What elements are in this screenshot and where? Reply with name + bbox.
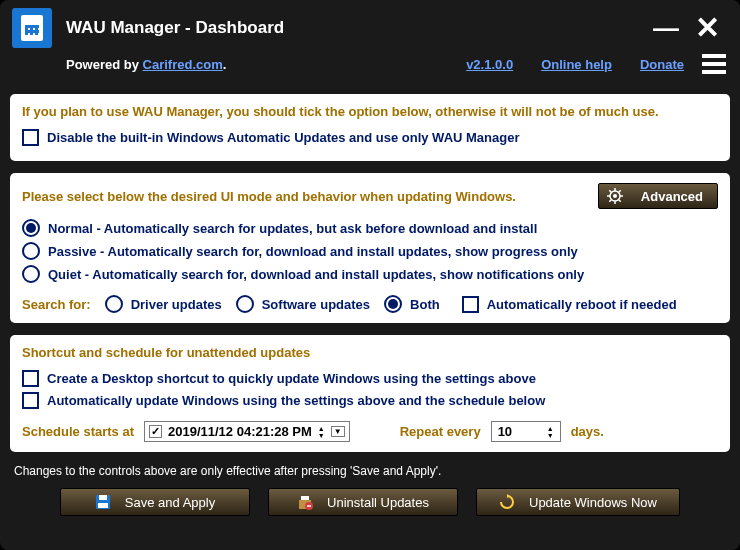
carifred-link[interactable]: Carifred.com	[143, 57, 223, 72]
repeat-spinner[interactable]: ▲▼	[547, 425, 554, 439]
calendar-dropdown-icon[interactable]: ▼	[331, 426, 345, 437]
minimize-button[interactable]: —	[645, 15, 687, 41]
mode-quiet-label: Quiet - Automatically search for, downlo…	[48, 267, 584, 282]
disable-builtin-checkbox[interactable]	[22, 129, 39, 146]
close-button[interactable]: ✕	[687, 13, 728, 43]
auto-reboot-checkbox[interactable]	[462, 296, 479, 313]
advanced-button[interactable]: Advanced	[598, 183, 718, 209]
search-software-label: Software updates	[262, 297, 370, 312]
online-help-link[interactable]: Online help	[541, 57, 612, 72]
uninstall-icon	[297, 494, 313, 510]
search-for-label: Search for:	[22, 297, 91, 312]
schedule-datetime-picker[interactable]: ✓ 2019/11/12 04:21:28 PM ▲▼ ▼	[144, 421, 350, 442]
powered-by-label: Powered by Carifred.com.	[66, 57, 226, 72]
update-now-button[interactable]: Update Windows Now	[476, 488, 680, 516]
svg-line-6	[609, 190, 611, 192]
create-shortcut-checkbox[interactable]	[22, 370, 39, 387]
donate-link[interactable]: Donate	[640, 57, 684, 72]
auto-reboot-label: Automatically reboot if needed	[487, 297, 677, 312]
schedule-enable-check[interactable]: ✓	[149, 425, 162, 438]
svg-rect-14	[301, 496, 309, 500]
gear-icon	[607, 188, 623, 204]
svg-rect-11	[99, 495, 107, 500]
uninstall-updates-button[interactable]: Uninstall Updates	[268, 488, 458, 516]
repeat-label: Repeat every	[400, 424, 481, 439]
search-driver-label: Driver updates	[131, 297, 222, 312]
svg-point-1	[613, 194, 617, 198]
version-link[interactable]: v2.1.0.0	[466, 57, 513, 72]
schedule-datetime-value: 2019/11/12 04:21:28 PM	[168, 424, 312, 439]
search-driver-radio[interactable]	[105, 295, 123, 313]
repeat-days-stepper[interactable]: 10 ▲▼	[491, 421, 561, 442]
refresh-icon	[499, 494, 515, 510]
schedule-panel: Shortcut and schedule for unattended upd…	[10, 335, 730, 452]
schedule-prefix-label: Schedule starts at	[22, 424, 134, 439]
ui-mode-panel: Please select below the desired UI mode …	[10, 173, 730, 323]
search-software-radio[interactable]	[236, 295, 254, 313]
mode-passive-radio[interactable]	[22, 242, 40, 260]
hamburger-menu-icon[interactable]	[702, 50, 726, 78]
app-logo-icon	[12, 8, 52, 48]
svg-line-8	[609, 200, 611, 202]
panel3-hint: Shortcut and schedule for unattended upd…	[22, 345, 718, 360]
repeat-value: 10	[498, 424, 512, 439]
svg-rect-12	[98, 503, 108, 508]
mode-passive-label: Passive - Automatically search for, down…	[48, 244, 578, 259]
auto-update-label: Automatically update Windows using the s…	[47, 393, 545, 408]
search-both-label: Both	[410, 297, 440, 312]
svg-line-7	[618, 200, 620, 202]
create-shortcut-label: Create a Desktop shortcut to quickly upd…	[47, 371, 536, 386]
mode-normal-radio[interactable]	[22, 219, 40, 237]
svg-rect-16	[307, 505, 311, 506]
mode-normal-label: Normal - Automatically search for update…	[48, 221, 537, 236]
panel1-hint: If you plan to use WAU Manager, you shou…	[22, 104, 718, 119]
datetime-spinner[interactable]: ▲▼	[318, 425, 325, 439]
auto-update-checkbox[interactable]	[22, 392, 39, 409]
mode-quiet-radio[interactable]	[22, 265, 40, 283]
panel2-hint: Please select below the desired UI mode …	[22, 189, 598, 204]
search-both-radio[interactable]	[384, 295, 402, 313]
repeat-suffix: days.	[571, 424, 604, 439]
save-apply-button[interactable]: Save and Apply	[60, 488, 250, 516]
disable-builtin-label: Disable the built-in Windows Automatic U…	[47, 130, 520, 145]
svg-line-9	[618, 190, 620, 192]
save-icon	[95, 494, 111, 510]
disable-updates-panel: If you plan to use WAU Manager, you shou…	[10, 94, 730, 161]
footer-note: Changes to the controls above are only e…	[0, 458, 740, 482]
window-title: WAU Manager - Dashboard	[66, 18, 645, 38]
